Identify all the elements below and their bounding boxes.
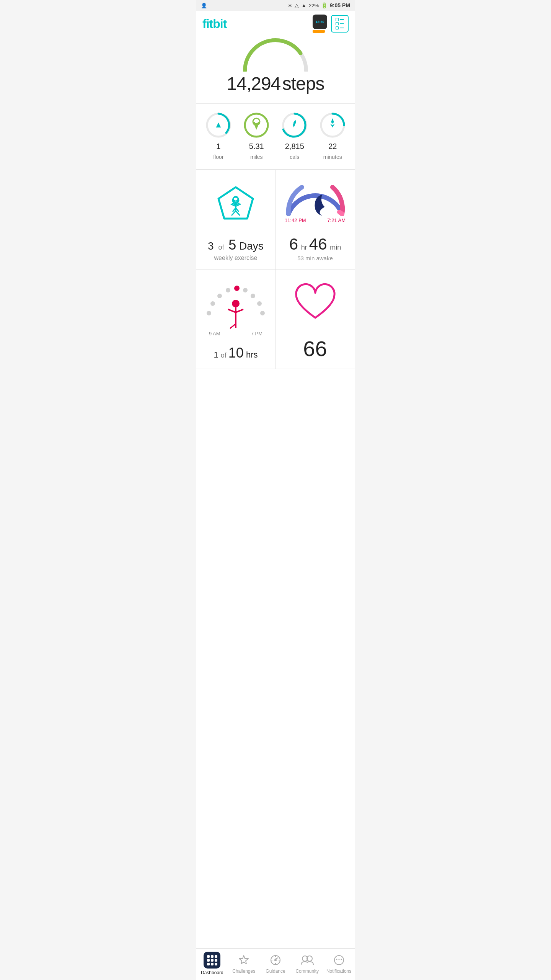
svg-point-26 <box>243 288 248 292</box>
stat-floor[interactable]: ▲ 1 floor <box>199 111 238 160</box>
miles-circle <box>243 111 270 139</box>
sleep-gauge: 11:42 PM 7:21 AM <box>282 178 349 232</box>
watch-face: 12:50 <box>313 15 327 29</box>
status-bar: 👤 ∗ △ ▲ 22% 🔋 9:05 PM <box>196 0 355 11</box>
stat-minutes[interactable]: 22 minutes <box>314 111 352 160</box>
heart-icon <box>292 283 338 325</box>
active-hours-cell[interactable]: 9 AM 7 PM 1 of 10 hrs <box>196 270 276 369</box>
wifi-icon: △ <box>295 2 299 8</box>
header: fitbit 12:50 <box>196 11 355 37</box>
svg-text:▲: ▲ <box>214 120 223 129</box>
svg-point-24 <box>226 288 230 292</box>
active-start: 9 AM <box>209 331 220 336</box>
nav-notifications[interactable]: Notifications <box>323 953 355 974</box>
exercise-cell[interactable]: 3 of 5 Days weekly exercise <box>196 170 276 270</box>
svg-point-23 <box>217 294 222 298</box>
floor-value: 1 <box>216 142 220 151</box>
minutes-value: 22 <box>328 142 337 151</box>
svg-line-35 <box>230 324 236 328</box>
challenges-label: Challenges <box>232 969 255 974</box>
stat-miles[interactable]: 5.31 miles <box>238 111 276 160</box>
sleep-arc-svg <box>283 178 348 216</box>
steps-unit: steps <box>282 74 324 94</box>
minutes-circle <box>319 111 346 139</box>
svg-line-13 <box>236 211 240 216</box>
floor-unit: floor <box>213 154 223 160</box>
svg-point-38 <box>274 959 277 961</box>
heart-icon-area <box>292 277 338 332</box>
active-end: 7 PM <box>251 331 262 336</box>
active-time-labels: 9 AM 7 PM <box>209 331 262 336</box>
svg-line-43 <box>276 958 278 959</box>
nav-dashboard[interactable]: Dashboard <box>196 952 228 975</box>
exercise-icon-area <box>215 178 257 232</box>
notification-icon: 👤 <box>201 3 207 8</box>
active-stat: 1 of 10 hrs <box>214 345 258 361</box>
svg-point-49 <box>341 959 342 960</box>
sleep-stat: 6 hr 46 min <box>289 235 341 253</box>
sleep-cell[interactable]: 11:42 PM 7:21 AM 6 hr 46 min 53 min awak… <box>276 170 355 270</box>
minutes-unit: minutes <box>323 154 342 160</box>
challenges-icon <box>237 953 251 967</box>
signal-icon: ▲ <box>301 2 306 8</box>
steps-arc-svg <box>241 37 310 72</box>
miles-value: 5.31 <box>249 142 264 151</box>
steps-arc <box>202 37 349 72</box>
main-content: 14,294 steps ▲ 1 floor <box>196 37 355 948</box>
svg-marker-36 <box>239 956 248 964</box>
steps-section[interactable]: 14,294 steps <box>196 37 355 104</box>
svg-point-4 <box>255 120 258 123</box>
svg-point-28 <box>257 301 262 306</box>
miles-unit: miles <box>250 154 263 160</box>
guidance-icon <box>269 953 282 967</box>
notifications-icon <box>332 953 346 967</box>
menu-button[interactable] <box>331 15 349 33</box>
sleep-time-labels: 11:42 PM 7:21 AM <box>282 217 349 223</box>
cals-unit: cals <box>290 154 299 160</box>
exercise-label: weekly exercise <box>214 255 258 261</box>
heart-rate-cell[interactable]: 66 <box>276 270 355 369</box>
svg-point-30 <box>232 300 240 307</box>
steps-value: 14,294 <box>227 74 281 94</box>
header-actions: 12:50 <box>313 15 349 33</box>
exercise-stat: 3 of 5 Days <box>208 237 264 253</box>
nav-challenges[interactable]: Challenges <box>228 953 260 974</box>
battery-percent: 22% <box>309 3 319 8</box>
device-battery <box>313 30 325 33</box>
svg-point-48 <box>338 959 339 960</box>
svg-point-21 <box>207 311 211 315</box>
grid-section: 3 of 5 Days weekly exercise <box>196 170 355 369</box>
svg-line-12 <box>231 211 236 216</box>
svg-point-22 <box>210 301 215 306</box>
community-label: Community <box>295 969 319 974</box>
sleep-end: 7:21 AM <box>327 217 346 223</box>
svg-point-46 <box>334 956 344 965</box>
exercise-pentagon-icon <box>215 184 257 226</box>
dashboard-label: Dashboard <box>201 970 223 975</box>
active-hours-svg <box>205 283 266 332</box>
nav-community[interactable]: Community <box>291 953 323 974</box>
svg-point-29 <box>260 311 265 315</box>
sleep-start: 11:42 PM <box>285 217 306 223</box>
stat-calories[interactable]: 2,815 cals <box>276 111 314 160</box>
app-logo: fitbit <box>202 17 227 31</box>
guidance-label: Guidance <box>266 969 285 974</box>
svg-point-47 <box>336 959 337 960</box>
bottom-nav: Dashboard Challenges Guidance <box>196 948 355 980</box>
svg-point-25 <box>234 286 240 291</box>
battery-icon: 🔋 <box>321 2 328 8</box>
steps-display: 14,294 steps <box>202 73 349 94</box>
svg-point-27 <box>251 294 255 298</box>
device-widget[interactable]: 12:50 <box>313 15 327 33</box>
sleep-sub: 53 min awake <box>297 255 333 261</box>
community-icon <box>300 953 314 967</box>
active-hours-area: 9 AM 7 PM <box>202 277 269 342</box>
svg-line-33 <box>236 309 243 312</box>
nav-guidance[interactable]: Guidance <box>260 953 292 974</box>
dashboard-icon <box>204 952 220 969</box>
svg-line-32 <box>228 309 236 312</box>
floor-circle: ▲ <box>205 111 232 139</box>
cals-value: 2,815 <box>285 142 304 151</box>
stats-row: ▲ 1 floor 5.31 miles <box>196 104 355 170</box>
heart-rate-value: 66 <box>303 336 327 361</box>
